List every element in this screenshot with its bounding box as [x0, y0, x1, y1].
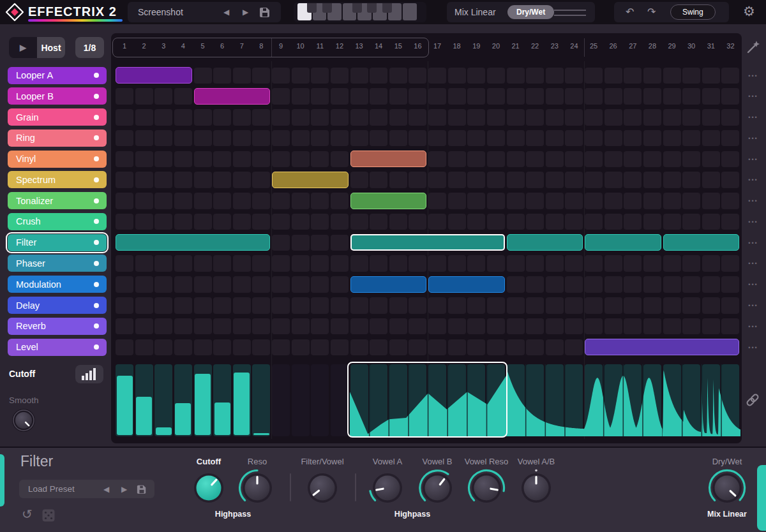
- grid-cell[interactable]: [546, 297, 564, 314]
- timeline-step-6[interactable]: 6: [213, 42, 232, 50]
- grid-cell[interactable]: [233, 214, 251, 230]
- automation-shape[interactable]: [584, 364, 663, 436]
- grid-cell[interactable]: [428, 130, 446, 147]
- grid-cell[interactable]: [507, 109, 525, 126]
- sidebar-item-crush[interactable]: Crush: [8, 213, 107, 230]
- grid-cell[interactable]: [663, 214, 681, 230]
- grid-cell[interactable]: [565, 255, 583, 272]
- grid-cell[interactable]: [448, 151, 466, 168]
- timeline-step-31[interactable]: 31: [702, 42, 721, 50]
- grid-cell[interactable]: [546, 276, 564, 293]
- row-menu-dots[interactable]: •••: [743, 344, 763, 351]
- grid-cell[interactable]: [409, 339, 426, 356]
- grid-cell[interactable]: [585, 214, 603, 230]
- grid-cell[interactable]: [565, 297, 583, 314]
- grid-cell[interactable]: [370, 297, 387, 314]
- grid-cell[interactable]: [174, 151, 192, 168]
- grid-cell[interactable]: [467, 255, 485, 272]
- grid-cell[interactable]: [663, 297, 681, 314]
- pattern-block-filter[interactable]: [663, 234, 740, 251]
- grid-cell[interactable]: [370, 109, 387, 126]
- grid-cell[interactable]: [213, 68, 231, 84]
- grid-cell[interactable]: [702, 88, 720, 105]
- fx-preset-next-button[interactable]: ▶: [121, 485, 127, 494]
- grid-cell[interactable]: [233, 318, 251, 335]
- grid-cell[interactable]: [370, 68, 387, 84]
- magic-wand-icon[interactable]: [746, 40, 761, 55]
- automation-bar[interactable]: [156, 427, 172, 435]
- grid-cell[interactable]: [721, 172, 739, 188]
- grid-cell[interactable]: [252, 297, 270, 314]
- timeline-step-1[interactable]: 1: [115, 42, 134, 50]
- grid-cell[interactable]: [409, 214, 426, 230]
- grid-cell[interactable]: [213, 214, 231, 230]
- sidebar-item-grain[interactable]: Grain: [8, 108, 107, 126]
- grid-cell[interactable]: [116, 193, 133, 209]
- grid-cell[interactable]: [702, 297, 720, 314]
- grid-cell[interactable]: [370, 339, 387, 356]
- grid-cell[interactable]: [389, 130, 407, 147]
- grid-cell[interactable]: [721, 297, 739, 314]
- grid-cell[interactable]: [565, 68, 583, 84]
- grid-cell[interactable]: [507, 255, 525, 272]
- grid-cell[interactable]: [721, 151, 739, 168]
- timeline-step-26[interactable]: 26: [604, 42, 623, 50]
- grid-cell[interactable]: [467, 88, 485, 105]
- grid-cell[interactable]: [154, 297, 172, 314]
- grid-cell[interactable]: [292, 109, 310, 126]
- knob-reso[interactable]: [237, 468, 278, 508]
- grid-cell[interactable]: [605, 214, 622, 230]
- grid-cell[interactable]: [624, 318, 642, 335]
- grid-cell[interactable]: [624, 276, 642, 293]
- grid-cell[interactable]: [643, 276, 661, 293]
- grid-cell[interactable]: [507, 214, 525, 230]
- grid-cell[interactable]: [370, 172, 387, 188]
- grid-cell[interactable]: [585, 318, 603, 335]
- grid-cell[interactable]: [311, 109, 329, 126]
- curve-type-button[interactable]: [75, 365, 103, 383]
- timeline-step-19[interactable]: 19: [467, 42, 486, 50]
- grid-cell[interactable]: [292, 214, 310, 230]
- timeline-step-10[interactable]: 10: [291, 42, 310, 50]
- grid-cell[interactable]: [272, 318, 290, 335]
- pattern-block-filter[interactable]: [350, 234, 505, 251]
- grid-cell[interactable]: [643, 88, 661, 105]
- grid-cell[interactable]: [507, 130, 525, 147]
- grid-cell[interactable]: [252, 109, 270, 126]
- automation-bar[interactable]: [234, 373, 250, 435]
- grid-cell[interactable]: [272, 88, 290, 105]
- grid-cell[interactable]: [350, 172, 368, 188]
- grid-cell[interactable]: [585, 130, 603, 147]
- grid-cell[interactable]: [643, 68, 661, 84]
- timeline-step-22[interactable]: 22: [525, 42, 544, 50]
- keyboard-black-key[interactable]: [382, 3, 392, 13]
- grid-cell[interactable]: [467, 339, 485, 356]
- grid-cell[interactable]: [331, 130, 349, 147]
- grid-cell[interactable]: [682, 68, 700, 84]
- keyboard-black-key[interactable]: [307, 3, 317, 13]
- grid-cell[interactable]: [116, 172, 133, 188]
- sync-host-button[interactable]: Host: [37, 37, 65, 58]
- grid-cell[interactable]: [682, 193, 700, 209]
- grid-cell[interactable]: [526, 255, 544, 272]
- grid-cell[interactable]: [350, 339, 368, 356]
- keyboard-black-key[interactable]: [367, 3, 377, 13]
- grid-cell[interactable]: [213, 339, 231, 356]
- grid-cell[interactable]: [194, 318, 212, 335]
- grid-cell[interactable]: [154, 109, 172, 126]
- grid-cell[interactable]: [624, 297, 642, 314]
- grid-cell[interactable]: [331, 151, 349, 168]
- grid-cell[interactable]: [624, 151, 642, 168]
- grid-cell[interactable]: [702, 68, 720, 84]
- grid-cell[interactable]: [331, 68, 349, 84]
- grid-cell[interactable]: [448, 68, 466, 84]
- automation-bar[interactable]: [136, 397, 152, 435]
- grid-cell[interactable]: [370, 214, 387, 230]
- grid-cell[interactable]: [526, 193, 544, 209]
- grid-cell[interactable]: [605, 276, 622, 293]
- grid-cell[interactable]: [213, 193, 231, 209]
- effect-enable-dot[interactable]: [94, 323, 99, 329]
- pattern-block-looper-b[interactable]: [194, 88, 271, 105]
- grid-cell[interactable]: [233, 255, 251, 272]
- grid-cell[interactable]: [682, 318, 700, 335]
